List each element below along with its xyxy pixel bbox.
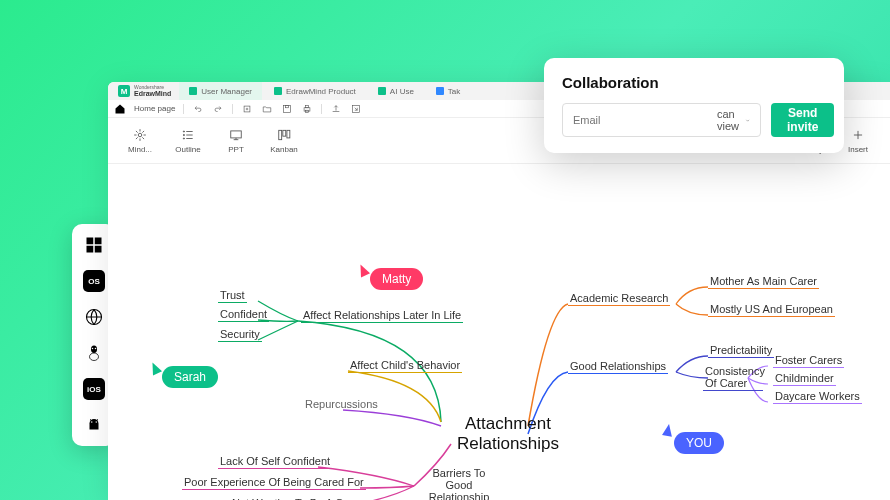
android-icon[interactable]: [83, 414, 105, 436]
open-icon[interactable]: [261, 103, 273, 115]
svg-point-6: [90, 353, 99, 361]
web-icon[interactable]: [83, 306, 105, 328]
collaboration-panel: Collaboration can view Send invite: [544, 58, 844, 153]
tag-you: YOU: [674, 432, 724, 454]
svg-point-20: [138, 133, 142, 137]
tag-sarah: Sarah: [162, 366, 218, 388]
node-repurcussions[interactable]: Repurcussions: [303, 397, 380, 411]
export-icon[interactable]: [350, 103, 362, 115]
svg-rect-0: [87, 238, 94, 245]
undo-icon[interactable]: [192, 103, 204, 115]
node-barriers[interactable]: Barriers To Good Relationship: [418, 466, 500, 500]
tab-tak[interactable]: Tak: [426, 82, 470, 100]
svg-rect-2: [87, 246, 94, 253]
svg-point-23: [183, 138, 184, 139]
mindmap-canvas[interactable]: Attachment Relationships Trust Confident…: [108, 164, 890, 500]
node-predict[interactable]: Predictability: [708, 343, 774, 358]
svg-point-8: [95, 348, 97, 350]
node-trust[interactable]: Trust: [218, 288, 247, 303]
cursor-you: [662, 423, 674, 437]
svg-rect-1: [95, 238, 102, 245]
svg-rect-26: [283, 130, 286, 136]
ppt-icon: [228, 127, 244, 143]
tab-user-manager[interactable]: User Manager: [179, 82, 262, 100]
plus-icon: [850, 127, 866, 143]
cursor-sarah: [148, 360, 162, 375]
svg-rect-24: [231, 131, 242, 138]
svg-rect-15: [286, 105, 289, 107]
collab-email-container: can view: [562, 103, 761, 137]
home-icon[interactable]: [114, 103, 126, 115]
tag-matty: Matty: [370, 268, 423, 290]
share-icon[interactable]: [330, 103, 342, 115]
svg-rect-25: [279, 130, 282, 139]
tab-edrawmind-product[interactable]: EdrawMind Product: [264, 82, 366, 100]
svg-rect-16: [304, 107, 310, 110]
node-childminder[interactable]: Childminder: [773, 371, 836, 386]
node-daycare[interactable]: Daycare Workers: [773, 389, 862, 404]
node-mother[interactable]: Mother As Main Carer: [708, 274, 819, 289]
doc-icon: [436, 87, 444, 95]
svg-point-10: [96, 421, 98, 423]
logo-icon: M: [118, 85, 130, 97]
windows-icon[interactable]: [83, 234, 105, 256]
node-security[interactable]: Security: [218, 327, 262, 342]
node-confident[interactable]: Confident: [218, 307, 269, 322]
app-logo: M Wondershare EdrawMind: [112, 82, 177, 100]
kanban-view-button[interactable]: Kanban: [262, 127, 306, 154]
node-affect-relationships[interactable]: Affect Relationships Later In Life: [301, 308, 463, 323]
print-icon[interactable]: [301, 103, 313, 115]
linux-icon[interactable]: [83, 342, 105, 364]
new-icon[interactable]: [241, 103, 253, 115]
node-not-want[interactable]: Not Wanting To Be A Carer: [230, 496, 365, 500]
permission-dropdown[interactable]: can view: [717, 108, 750, 132]
macos-icon[interactable]: OS: [83, 270, 105, 292]
ppt-view-button[interactable]: PPT: [214, 127, 258, 154]
kanban-icon: [276, 127, 292, 143]
node-good-rel[interactable]: Good Relationships: [568, 359, 668, 374]
node-affect-child[interactable]: Affect Child's Behavior: [348, 358, 462, 373]
send-invite-button[interactable]: Send invite: [771, 103, 834, 137]
tab-ai-use[interactable]: AI Use: [368, 82, 424, 100]
center-node[interactable]: Attachment Relationships: [438, 414, 578, 455]
mindmap-icon: [132, 127, 148, 143]
svg-rect-3: [95, 246, 102, 253]
chevron-down-icon: [745, 116, 750, 125]
save-icon[interactable]: [281, 103, 293, 115]
svg-rect-27: [287, 130, 290, 138]
collab-title: Collaboration: [562, 74, 826, 91]
doc-icon: [274, 87, 282, 95]
node-mostly-us[interactable]: Mostly US And European: [708, 302, 835, 317]
node-poor-exp[interactable]: Poor Experience Of Being Cared For: [182, 475, 366, 490]
svg-point-22: [183, 134, 184, 135]
brand-name: EdrawMind: [134, 90, 171, 97]
node-lack[interactable]: Lack Of Self Confident: [218, 454, 332, 469]
svg-point-5: [91, 346, 97, 354]
node-consistency[interactable]: Consistency Of Carer: [703, 364, 763, 391]
email-field[interactable]: [573, 114, 711, 126]
svg-point-7: [92, 348, 94, 350]
doc-icon: [378, 87, 386, 95]
svg-point-9: [91, 421, 93, 423]
outline-view-button[interactable]: Outline: [166, 127, 210, 154]
outline-icon: [180, 127, 196, 143]
mindmap-view-button[interactable]: Mind...: [118, 127, 162, 154]
svg-rect-17: [306, 105, 309, 107]
ios-icon[interactable]: iOS: [83, 378, 105, 400]
svg-rect-14: [284, 105, 291, 112]
cursor-matty: [356, 262, 370, 277]
doc-icon: [189, 87, 197, 95]
svg-point-21: [183, 131, 184, 132]
home-label: Home page: [134, 104, 175, 113]
node-foster[interactable]: Foster Carers: [773, 353, 844, 368]
node-academic[interactable]: Academic Research: [568, 291, 670, 306]
redo-icon[interactable]: [212, 103, 224, 115]
